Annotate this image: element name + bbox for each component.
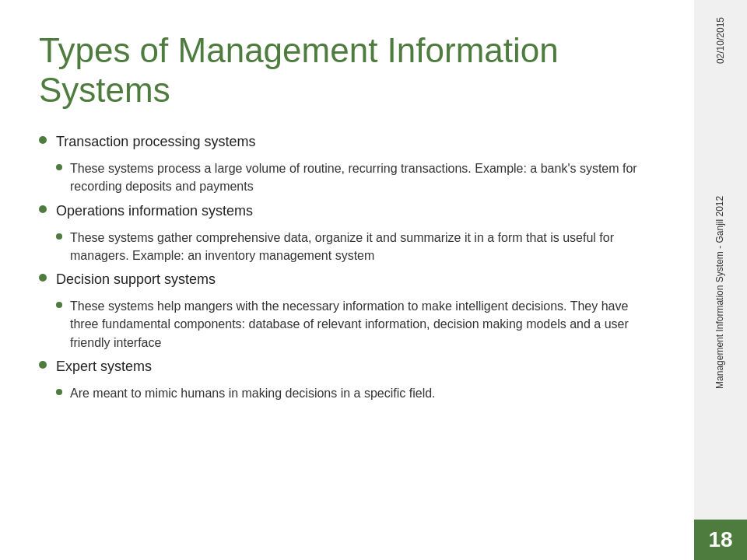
list-item: Operations information systems <box>39 201 655 221</box>
bullet-label-3: Decision support systems <box>56 269 216 289</box>
bullet-dot-3 <box>39 274 47 282</box>
bullet-label-2: Operations information systems <box>56 201 253 221</box>
slide-number: 18 <box>694 520 747 560</box>
bullet-dot-2 <box>39 205 47 213</box>
sub-bullet-text-2: These systems gather comprehensive data,… <box>70 229 655 264</box>
slide-title: Types of Management Information Systems <box>39 31 655 110</box>
bullet-label-4: Expert systems <box>56 356 152 376</box>
list-item: These systems gather comprehensive data,… <box>56 229 655 264</box>
main-content: Types of Management Information Systems … <box>0 0 694 560</box>
sub-bullet-dot-1 <box>56 164 62 170</box>
sub-bullet-dot-3 <box>56 302 62 308</box>
list-item: These systems help mangers with the nece… <box>56 297 655 352</box>
sub-bullets-3: These systems help mangers with the nece… <box>56 297 655 352</box>
bullet-label-1: Transaction processing systems <box>56 131 255 152</box>
sidebar-date: 02/10/2015 <box>709 8 732 73</box>
sub-bullet-text-3: These systems help mangers with the nece… <box>70 297 655 352</box>
sidebar-course-name: Management Information System - Ganjil 2… <box>708 73 733 512</box>
sub-bullet-dot-4 <box>56 389 62 395</box>
list-item: Transaction processing systems <box>39 131 655 152</box>
sub-bullets-2: These systems gather comprehensive data,… <box>56 229 655 264</box>
slide-container: Types of Management Information Systems … <box>0 0 747 560</box>
sub-bullet-text-4: Are meant to mimic humans in making deci… <box>70 384 436 402</box>
sub-bullet-text-1: These systems process a large volume of … <box>70 159 655 195</box>
sub-bullets-4: Are meant to mimic humans in making deci… <box>56 384 655 402</box>
sidebar: 02/10/2015 Management Information System… <box>694 0 747 560</box>
list-item: Decision support systems <box>39 269 655 289</box>
bullet-dot-4 <box>39 361 47 369</box>
bullet-dot-1 <box>39 136 47 144</box>
content-area: Transaction processing systems These sys… <box>39 131 655 402</box>
list-item: These systems process a large volume of … <box>56 159 655 195</box>
sub-bullets-1: These systems process a large volume of … <box>56 159 655 195</box>
sub-bullet-dot-2 <box>56 233 62 240</box>
sidebar-inner: 02/10/2015 Management Information System… <box>708 0 733 520</box>
list-item: Are meant to mimic humans in making deci… <box>56 384 655 402</box>
list-item: Expert systems <box>39 356 655 376</box>
